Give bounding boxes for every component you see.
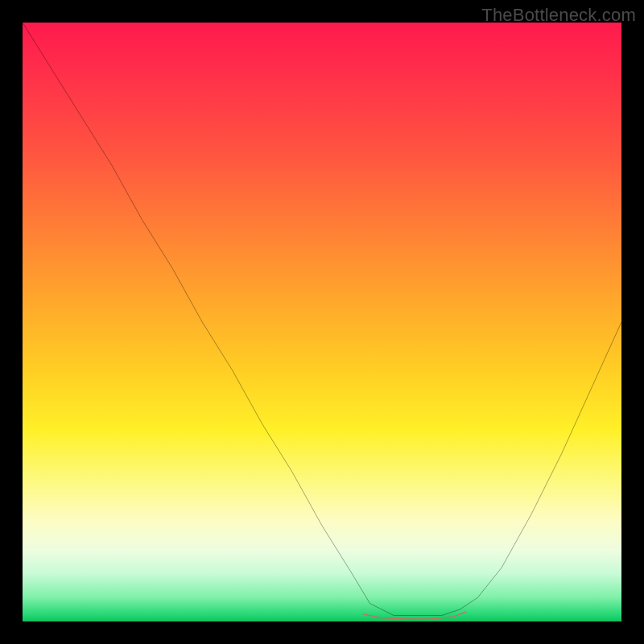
plot-area — [23, 23, 621, 621]
chart-frame: TheBottleneck.com — [0, 0, 644, 644]
bottleneck-curve — [23, 23, 621, 616]
curve-layer — [23, 23, 621, 621]
watermark-text: TheBottleneck.com — [481, 5, 636, 26]
